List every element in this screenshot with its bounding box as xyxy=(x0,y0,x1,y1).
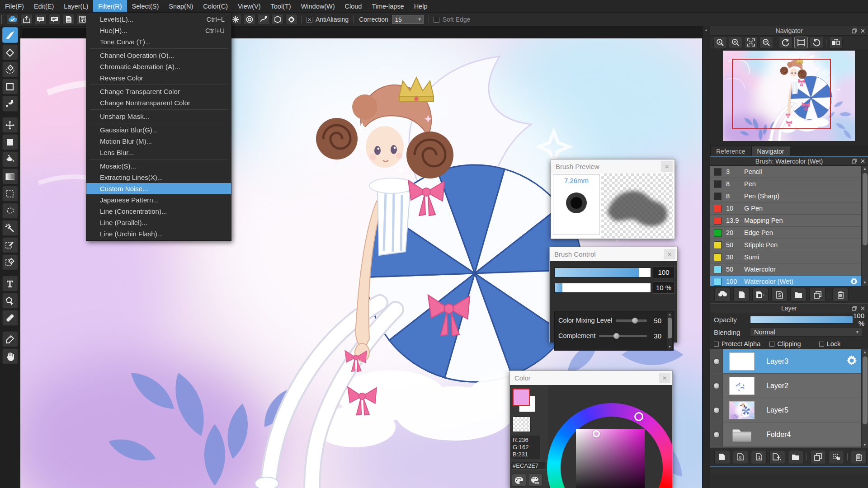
layer-visibility-cell[interactable] xyxy=(710,374,723,398)
merge-layer-button[interactable] xyxy=(829,450,844,464)
visibility-dot-icon[interactable] xyxy=(713,432,720,438)
duplicate-brush-button[interactable] xyxy=(809,288,826,302)
zoom-in-button[interactable] xyxy=(729,37,742,48)
menu-item-change-nontransparent-color[interactable]: Change Nontransparent Color xyxy=(86,97,231,108)
brush-cloud-download-button[interactable] xyxy=(714,288,731,302)
menu-item-levels[interactable]: Levels(L)...Ctrl+L xyxy=(86,14,231,25)
menu-snap[interactable]: Snap(N) xyxy=(164,0,198,12)
menu-layer[interactable]: Layer(L) xyxy=(59,0,93,12)
scroll-down-icon[interactable]: ▼ xyxy=(862,280,868,286)
layer-row[interactable]: Layer5 xyxy=(710,398,868,422)
hand-tool-button[interactable] xyxy=(2,348,18,364)
delete-layer-button[interactable] xyxy=(851,450,867,464)
snap-frame-button[interactable] xyxy=(271,14,283,25)
menu-item-hue[interactable]: Hue(H)...Ctrl+U xyxy=(86,25,231,36)
add-brush-from-image-button[interactable] xyxy=(752,288,769,302)
menu-item-mosaic[interactable]: Mosaic(S)... xyxy=(86,160,231,172)
brush-row[interactable]: 8Pen (Sharp) xyxy=(710,190,868,202)
move-tool-button[interactable] xyxy=(2,117,18,133)
div-tool-button[interactable] xyxy=(2,331,18,347)
popout-icon[interactable] xyxy=(851,305,857,311)
menu-filter[interactable]: Filter(R) xyxy=(93,0,127,12)
shape-tool-button[interactable] xyxy=(2,79,18,94)
snap-settings-gear-button[interactable] xyxy=(285,14,297,25)
zoom-out-button[interactable] xyxy=(760,37,773,48)
menu-file[interactable]: File(F) xyxy=(0,0,29,12)
clipping-checkbox[interactable] xyxy=(769,342,774,347)
saturation-value-square[interactable] xyxy=(576,429,645,488)
palette-list-button[interactable] xyxy=(528,474,542,487)
lasso-tool-button[interactable] xyxy=(2,203,18,219)
fill-bucket-tool-button[interactable] xyxy=(2,151,18,167)
antialiasing-checkbox[interactable]: ✕ xyxy=(307,17,312,23)
layer-visibility-cell[interactable] xyxy=(710,422,723,446)
layer-thumbnail[interactable] xyxy=(729,401,755,419)
rotate-cw-button[interactable] xyxy=(810,37,823,48)
layer-row-selected[interactable]: Layer3 xyxy=(710,349,868,374)
rotate-ccw-button[interactable] xyxy=(779,37,793,48)
select-marquee-tool-button[interactable] xyxy=(2,186,18,202)
navigator-thumbnail[interactable] xyxy=(723,51,855,141)
scrollbar-thumb[interactable] xyxy=(863,357,868,424)
snap-curve-button[interactable] xyxy=(257,14,269,25)
scroll-up-icon[interactable]: ▲ xyxy=(862,349,868,356)
menu-item-line-urchin-flash[interactable]: Line (Urchin Flash)... xyxy=(86,228,231,239)
brush-row[interactable]: 8Pen xyxy=(710,178,868,190)
complement-slider[interactable] xyxy=(599,335,647,337)
visibility-dot-icon[interactable] xyxy=(713,407,720,413)
palette-button[interactable] xyxy=(512,474,526,487)
scroll-down-icon[interactable]: ▼ xyxy=(862,442,868,448)
brush-tool-button[interactable] xyxy=(2,27,18,43)
slider-knob[interactable] xyxy=(613,333,619,339)
comment-grid-button[interactable] xyxy=(34,14,47,25)
eraser-tool-button[interactable] xyxy=(2,44,18,60)
menu-cloud[interactable]: Cloud xyxy=(340,0,367,12)
hue-marker[interactable] xyxy=(634,412,643,421)
control-point-tool-button[interactable] xyxy=(2,96,18,112)
foreground-color-swatch[interactable] xyxy=(513,389,530,406)
brush-settings-gear-icon[interactable] xyxy=(850,277,858,286)
zoom-100-button[interactable]: 1 xyxy=(713,37,727,48)
brush-row[interactable]: 10G Pen xyxy=(710,202,868,215)
close-icon[interactable] xyxy=(859,158,866,164)
menu-color[interactable]: Color(C) xyxy=(198,0,233,12)
close-icon[interactable]: ✕ xyxy=(664,249,675,259)
layer-thumbnail[interactable] xyxy=(729,352,755,371)
menu-item-custom-noise[interactable]: Custom Noise... xyxy=(86,183,231,194)
duplicate-layer-button[interactable] xyxy=(810,450,826,464)
popout-icon[interactable] xyxy=(851,158,857,164)
brush-row[interactable]: 13.9Mapping Pen xyxy=(710,215,868,227)
add-layer-menu-button[interactable] xyxy=(769,450,785,464)
navigator-title-bar[interactable]: Navigator xyxy=(710,26,868,36)
layer-folder-button[interactable] xyxy=(788,450,804,464)
add-layer-button[interactable] xyxy=(714,450,730,464)
layer-visibility-cell[interactable] xyxy=(710,398,723,422)
menu-view[interactable]: View(V) xyxy=(233,0,266,12)
scroll-down-icon[interactable]: ▼ xyxy=(667,345,672,349)
close-icon[interactable] xyxy=(859,305,866,311)
layer-row[interactable]: Layer2 xyxy=(710,374,868,398)
menu-item-unsharp-mask[interactable]: Unsharp Mask... xyxy=(86,111,231,122)
brush-control-title-bar[interactable]: Brush Control ✕ xyxy=(550,247,677,261)
menu-tool[interactable]: Tool(T) xyxy=(266,0,296,12)
parameter-scrollbar[interactable]: ▲ ▼ xyxy=(667,312,672,349)
add-8bit-layer-button[interactable]: 8 xyxy=(733,450,749,464)
soft-edge-checkbox[interactable] xyxy=(434,17,439,23)
eyedropper-tool-button[interactable] xyxy=(2,310,18,326)
fit-screen-button[interactable] xyxy=(744,37,758,48)
navigator-view-rectangle[interactable] xyxy=(732,59,831,129)
transparent-color-swatch[interactable] xyxy=(513,417,531,432)
menu-item-motion-blur[interactable]: Motion Blur (M)... xyxy=(86,136,231,147)
menu-timelapse[interactable]: Time-lapse xyxy=(367,0,409,12)
brush-row[interactable]: 50Watercolor xyxy=(710,263,868,276)
delete-brush-button[interactable] xyxy=(832,288,849,302)
view-frame-button[interactable] xyxy=(794,37,808,48)
scroll-up-icon[interactable]: ▲ xyxy=(703,27,710,33)
brush-size-slider[interactable] xyxy=(554,267,651,277)
gradient-tool-button[interactable] xyxy=(2,169,18,184)
close-icon[interactable]: ✕ xyxy=(661,161,673,172)
export-button[interactable] xyxy=(20,14,33,25)
brush-row[interactable]: 3Pencil xyxy=(710,166,868,178)
menu-item-extracting-lines[interactable]: Extracting Lines(X)... xyxy=(86,172,231,183)
scrollbar-thumb[interactable] xyxy=(668,318,672,338)
